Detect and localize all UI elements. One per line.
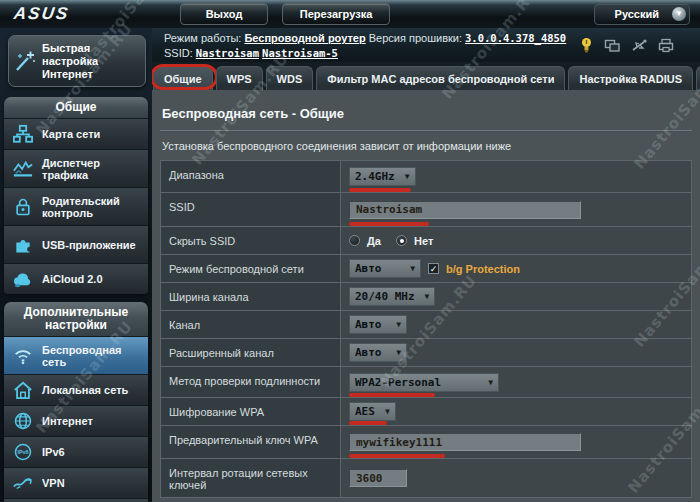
tab-label: Общие (164, 73, 202, 85)
form-row-hide-ssid: Скрыть SSID Да Нет (161, 227, 691, 255)
sidebar-item-lan[interactable]: Локальная сеть (4, 374, 148, 405)
language-selector[interactable]: Русский ▼ (594, 4, 690, 25)
sidebar-item-aicloud[interactable]: AiCloud 2.0 (4, 263, 148, 294)
chevron-down-icon: ▼ (405, 172, 410, 181)
quick-setup-label: Быстрая настройка Интернет (42, 42, 141, 81)
sidebar-item-firewall[interactable]: Брандмауэр (4, 498, 148, 502)
chevron-down-icon: ▼ (425, 292, 430, 301)
field-label: SSID (161, 193, 341, 226)
firmware-alert-icon[interactable] (580, 37, 593, 53)
channel-select[interactable]: Авто ▼ (349, 315, 407, 334)
ssid-link-24[interactable]: Nastroisam (196, 47, 259, 59)
channel-width-select[interactable]: 20/40 MHz ▼ (349, 287, 435, 306)
tab-label: WPS (227, 73, 252, 85)
sidebar-section-advanced: Дополнительные настройки Беспроводная се… (4, 302, 148, 502)
sidebar-item-label: IPv6 (42, 446, 65, 458)
sidebar-item-parental-control[interactable]: Родительский контроль (4, 187, 148, 225)
select-value: WPA2-Personal (355, 376, 441, 389)
vpn-icon (11, 473, 35, 493)
section-header-advanced: Дополнительные настройки (4, 302, 148, 336)
chevron-down-icon: ▼ (488, 378, 493, 387)
field-label: Расширенный канал (161, 339, 341, 366)
key-rotation-input[interactable] (349, 469, 407, 487)
section-header-general: Общие (4, 97, 148, 118)
mode-label: Режим работы: (164, 32, 241, 44)
wpa-key-input[interactable] (349, 433, 581, 451)
form-row-band: Диапазона 2.4GHz ▼ (161, 161, 691, 193)
band-select[interactable]: 2.4GHz ▼ (349, 167, 416, 186)
tab-wds[interactable]: WDS (266, 66, 314, 90)
select-value: Авто (355, 318, 382, 331)
wireless-icon (11, 346, 35, 366)
select-value: 20/40 MHz (355, 290, 415, 303)
tab-wps[interactable]: WPS (216, 66, 263, 90)
tab-label: WDS (277, 73, 303, 85)
bg-protection-label: b/g Protection (446, 263, 520, 275)
page-title: Беспроводная сеть - Общие (160, 100, 692, 131)
sidebar-item-traffic-manager[interactable]: Диспетчер трафика (4, 149, 148, 187)
chevron-down-icon: ▼ (396, 320, 401, 329)
usb-icon[interactable] (631, 38, 647, 53)
reboot-button[interactable]: Перезагрузка (282, 3, 390, 25)
tab-radius[interactable]: Настройка RADIUS (568, 66, 693, 90)
ssid-input[interactable] (349, 201, 581, 219)
mode-value-link[interactable]: Беспроводной роутер (244, 32, 365, 44)
logout-button[interactable]: Выход (180, 3, 268, 25)
asus-logo: ASUS (13, 4, 168, 24)
sidebar-item-internet[interactable]: Интернет (4, 405, 148, 436)
sidebar-item-vpn[interactable]: VPN (4, 467, 148, 498)
red-underline-annotation (349, 393, 435, 397)
select-value: Авто (355, 346, 382, 359)
sidebar-item-network-map[interactable]: Карта сети (4, 118, 148, 149)
select-value: 2.4GHz (355, 170, 395, 183)
internet-icon (11, 411, 35, 431)
chevron-down-icon[interactable]: ▼ (672, 7, 686, 21)
radio-label-yes: Да (367, 235, 381, 247)
wpa-encryption-select[interactable]: AES ▼ (349, 402, 396, 421)
top-navbar: ASUS Выход Перезагрузка Русский ▼ (0, 0, 700, 28)
red-underline-annotation (349, 222, 429, 226)
auth-method-select[interactable]: WPA2-Personal ▼ (349, 373, 499, 392)
firmware-label: Версия прошивки: (369, 32, 462, 44)
traffic-manager-icon (11, 159, 35, 179)
tab-bar: Общие WPS WDS Фильтр MAC адресов беспров… (152, 62, 700, 90)
form-row-auth-method: Метод проверки подлинности WPA2-Personal… (161, 367, 691, 398)
usb-app-icon (11, 235, 35, 255)
printer-icon[interactable] (658, 38, 674, 53)
extension-channel-select[interactable]: Авто ▼ (349, 343, 407, 362)
sidebar-item-wireless[interactable]: Беспроводная сеть (4, 336, 148, 374)
tab-label: Фильтр MAC адресов беспроводной сети (327, 73, 554, 85)
sidebar-item-ipv6[interactable]: IPv6 IPv6 (4, 436, 148, 467)
wireless-mode-select[interactable]: Авто ▼ (349, 259, 421, 278)
form-row-extension-channel: Расширенный канал Авто ▼ (161, 339, 691, 367)
red-underline-annotation (349, 454, 445, 458)
field-label: Шифрование WPA (161, 398, 341, 425)
red-underline-annotation (349, 188, 411, 192)
sidebar-item-usb-application[interactable]: USB-приложение (4, 225, 148, 263)
tab-professional[interactable]: Профессионально (696, 66, 700, 90)
form-row-ssid: SSID (161, 193, 691, 227)
language-label: Русский (615, 8, 659, 20)
client-list-icon[interactable] (604, 38, 620, 53)
network-map-icon (11, 124, 35, 144)
form-row-wpa-encryption: Шифрование WPA AES ▼ (161, 398, 691, 426)
chevron-down-icon: ▼ (385, 407, 390, 416)
field-label: Ширина канала (161, 283, 341, 310)
tab-general[interactable]: Общие (153, 66, 213, 90)
select-value: Авто (355, 262, 382, 275)
form-row-channel-width: Ширина канала 20/40 MHz ▼ (161, 283, 691, 311)
form-row-channel: Канал Авто ▼ (161, 311, 691, 339)
hide-ssid-yes-radio[interactable] (349, 235, 360, 246)
radio-label-no: Нет (414, 235, 433, 247)
bg-protection-checkbox[interactable] (428, 263, 439, 274)
ssid-link-5[interactable]: Nastroisam-5 (262, 47, 338, 59)
tab-mac-filter[interactable]: Фильтр MAC адресов беспроводной сети (316, 66, 565, 90)
parental-control-icon (11, 197, 35, 217)
hide-ssid-no-radio[interactable] (396, 235, 407, 246)
red-underline-annotation (349, 421, 387, 425)
svg-text:IPv6: IPv6 (17, 449, 28, 455)
quick-setup-button[interactable]: Быстрая настройка Интернет (8, 35, 146, 87)
sidebar-item-label: USB-приложение (42, 239, 136, 251)
field-label: Скрыть SSID (161, 227, 341, 254)
firmware-value-link[interactable]: 3.0.0.4.378_4850 (465, 32, 566, 44)
